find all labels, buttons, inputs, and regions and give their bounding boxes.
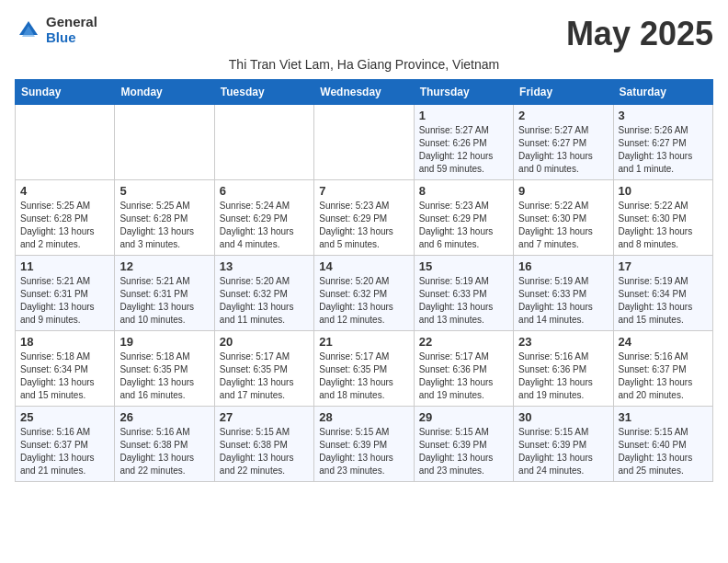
day-info: Sunrise: 5:15 AM Sunset: 6:38 PM Dayligh… xyxy=(220,426,309,477)
day-number: 19 xyxy=(119,335,209,349)
page-header: General Blue May 2025 xyxy=(15,15,713,53)
logo-blue-label: Blue xyxy=(46,30,97,46)
calendar-cell: 20Sunrise: 5:17 AM Sunset: 6:35 PM Dayli… xyxy=(214,331,313,407)
day-info: Sunrise: 5:18 AM Sunset: 6:34 PM Dayligh… xyxy=(20,350,109,402)
calendar-cell: 3Sunrise: 5:26 AM Sunset: 6:27 PM Daylig… xyxy=(613,105,712,180)
day-number: 28 xyxy=(319,410,408,424)
day-info: Sunrise: 5:23 AM Sunset: 6:29 PM Dayligh… xyxy=(319,200,408,251)
day-info: Sunrise: 5:19 AM Sunset: 6:33 PM Dayligh… xyxy=(419,275,508,327)
day-info: Sunrise: 5:20 AM Sunset: 6:32 PM Dayligh… xyxy=(220,275,309,327)
day-number: 15 xyxy=(419,259,508,273)
day-number: 14 xyxy=(319,259,408,273)
day-number: 20 xyxy=(220,335,309,349)
calendar-table: SundayMondayTuesdayWednesdayThursdayFrid… xyxy=(15,79,713,482)
day-number: 16 xyxy=(518,259,608,273)
day-info: Sunrise: 5:17 AM Sunset: 6:35 PM Dayligh… xyxy=(220,350,309,402)
calendar-cell: 31Sunrise: 5:15 AM Sunset: 6:40 PM Dayli… xyxy=(613,407,712,482)
day-number: 12 xyxy=(119,259,209,273)
calendar-cell: 29Sunrise: 5:15 AM Sunset: 6:39 PM Dayli… xyxy=(414,407,513,482)
calendar-cell: 10Sunrise: 5:22 AM Sunset: 6:30 PM Dayli… xyxy=(613,180,712,256)
calendar-cell: 7Sunrise: 5:23 AM Sunset: 6:29 PM Daylig… xyxy=(314,180,414,256)
day-info: Sunrise: 5:17 AM Sunset: 6:35 PM Dayligh… xyxy=(319,350,408,402)
day-number: 13 xyxy=(220,259,309,273)
calendar-week-2: 4Sunrise: 5:25 AM Sunset: 6:28 PM Daylig… xyxy=(16,180,713,256)
day-number: 4 xyxy=(20,184,109,198)
calendar-cell: 8Sunrise: 5:23 AM Sunset: 6:29 PM Daylig… xyxy=(414,180,513,256)
day-info: Sunrise: 5:26 AM Sunset: 6:27 PM Dayligh… xyxy=(619,124,708,176)
day-info: Sunrise: 5:22 AM Sunset: 6:30 PM Dayligh… xyxy=(518,200,608,251)
calendar-cell: 4Sunrise: 5:25 AM Sunset: 6:28 PM Daylig… xyxy=(16,180,115,256)
calendar-cell: 16Sunrise: 5:19 AM Sunset: 6:33 PM Dayli… xyxy=(514,256,613,331)
day-info: Sunrise: 5:27 AM Sunset: 6:26 PM Dayligh… xyxy=(419,124,508,176)
calendar-cell: 11Sunrise: 5:21 AM Sunset: 6:31 PM Dayli… xyxy=(16,256,115,331)
day-info: Sunrise: 5:16 AM Sunset: 6:37 PM Dayligh… xyxy=(619,350,708,402)
day-number: 11 xyxy=(20,259,109,273)
day-info: Sunrise: 5:22 AM Sunset: 6:30 PM Dayligh… xyxy=(619,200,708,251)
day-info: Sunrise: 5:16 AM Sunset: 6:37 PM Dayligh… xyxy=(20,426,109,477)
weekday-header-tuesday: Tuesday xyxy=(214,80,313,105)
calendar-cell: 1Sunrise: 5:27 AM Sunset: 6:26 PM Daylig… xyxy=(414,105,513,180)
calendar-cell: 21Sunrise: 5:17 AM Sunset: 6:35 PM Dayli… xyxy=(314,331,414,407)
calendar-cell: 12Sunrise: 5:21 AM Sunset: 6:31 PM Dayli… xyxy=(115,256,214,331)
day-number: 31 xyxy=(619,410,708,424)
weekday-header-monday: Monday xyxy=(115,80,214,105)
day-number: 21 xyxy=(319,335,408,349)
day-number: 3 xyxy=(619,109,708,122)
calendar-cell: 24Sunrise: 5:16 AM Sunset: 6:37 PM Dayli… xyxy=(613,331,712,407)
calendar-week-4: 18Sunrise: 5:18 AM Sunset: 6:34 PM Dayli… xyxy=(16,331,713,407)
weekday-header-thursday: Thursday xyxy=(414,80,513,105)
calendar-week-1: 1Sunrise: 5:27 AM Sunset: 6:26 PM Daylig… xyxy=(16,105,713,180)
day-number: 27 xyxy=(220,410,309,424)
calendar-cell xyxy=(314,105,414,180)
day-number: 22 xyxy=(419,335,508,349)
day-number: 25 xyxy=(20,410,109,424)
day-info: Sunrise: 5:23 AM Sunset: 6:29 PM Dayligh… xyxy=(419,200,508,251)
calendar-cell: 14Sunrise: 5:20 AM Sunset: 6:32 PM Dayli… xyxy=(314,256,414,331)
calendar-week-3: 11Sunrise: 5:21 AM Sunset: 6:31 PM Dayli… xyxy=(16,256,713,331)
day-number: 30 xyxy=(518,410,608,424)
day-info: Sunrise: 5:19 AM Sunset: 6:33 PM Dayligh… xyxy=(518,275,608,327)
calendar-cell: 30Sunrise: 5:15 AM Sunset: 6:39 PM Dayli… xyxy=(514,407,613,482)
day-number: 1 xyxy=(419,109,508,122)
day-info: Sunrise: 5:27 AM Sunset: 6:27 PM Dayligh… xyxy=(518,124,608,176)
weekday-header-friday: Friday xyxy=(514,80,613,105)
day-number: 26 xyxy=(119,410,209,424)
day-info: Sunrise: 5:18 AM Sunset: 6:35 PM Dayligh… xyxy=(119,350,209,402)
calendar-cell: 9Sunrise: 5:22 AM Sunset: 6:30 PM Daylig… xyxy=(514,180,613,256)
calendar-cell: 28Sunrise: 5:15 AM Sunset: 6:39 PM Dayli… xyxy=(314,407,414,482)
day-number: 18 xyxy=(20,335,109,349)
day-info: Sunrise: 5:15 AM Sunset: 6:39 PM Dayligh… xyxy=(319,426,408,477)
weekday-header-row: SundayMondayTuesdayWednesdayThursdayFrid… xyxy=(16,80,713,105)
logo-text: General Blue xyxy=(46,15,97,45)
day-number: 24 xyxy=(619,335,708,349)
day-number: 9 xyxy=(518,184,608,198)
calendar-cell xyxy=(16,105,115,180)
day-number: 29 xyxy=(419,410,508,424)
calendar-cell: 27Sunrise: 5:15 AM Sunset: 6:38 PM Dayli… xyxy=(214,407,313,482)
calendar-cell: 6Sunrise: 5:24 AM Sunset: 6:29 PM Daylig… xyxy=(214,180,313,256)
day-info: Sunrise: 5:20 AM Sunset: 6:32 PM Dayligh… xyxy=(319,275,408,327)
month-title: May 2025 xyxy=(566,15,713,53)
calendar-cell: 26Sunrise: 5:16 AM Sunset: 6:38 PM Dayli… xyxy=(115,407,214,482)
day-info: Sunrise: 5:15 AM Sunset: 6:40 PM Dayligh… xyxy=(619,426,708,477)
calendar-cell xyxy=(214,105,313,180)
day-number: 5 xyxy=(119,184,209,198)
logo-general-label: General xyxy=(46,15,97,30)
day-number: 17 xyxy=(619,259,708,273)
day-number: 6 xyxy=(220,184,309,198)
day-number: 7 xyxy=(319,184,408,198)
day-info: Sunrise: 5:16 AM Sunset: 6:36 PM Dayligh… xyxy=(518,350,608,402)
day-number: 2 xyxy=(518,109,608,122)
day-info: Sunrise: 5:19 AM Sunset: 6:34 PM Dayligh… xyxy=(619,275,708,327)
day-info: Sunrise: 5:17 AM Sunset: 6:36 PM Dayligh… xyxy=(419,350,508,402)
day-info: Sunrise: 5:15 AM Sunset: 6:39 PM Dayligh… xyxy=(518,426,608,477)
logo-icon xyxy=(15,17,42,44)
calendar-cell: 23Sunrise: 5:16 AM Sunset: 6:36 PM Dayli… xyxy=(514,331,613,407)
day-info: Sunrise: 5:25 AM Sunset: 6:28 PM Dayligh… xyxy=(20,200,109,251)
day-number: 10 xyxy=(619,184,708,198)
calendar-cell: 17Sunrise: 5:19 AM Sunset: 6:34 PM Dayli… xyxy=(613,256,712,331)
day-number: 23 xyxy=(518,335,608,349)
logo: General Blue xyxy=(15,15,97,45)
subtitle: Thi Tran Viet Lam, Ha Giang Province, Vi… xyxy=(15,57,713,72)
calendar-cell: 25Sunrise: 5:16 AM Sunset: 6:37 PM Dayli… xyxy=(16,407,115,482)
